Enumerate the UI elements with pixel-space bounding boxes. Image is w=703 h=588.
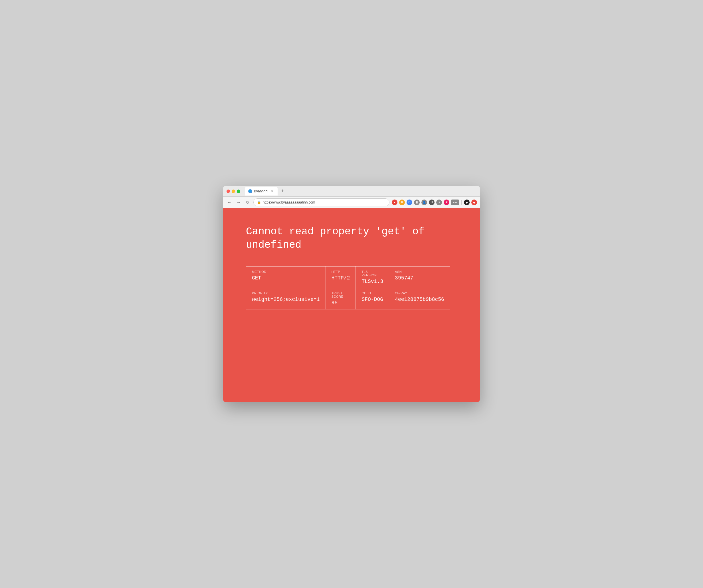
close-button[interactable] [227, 190, 230, 193]
tab-favicon: 🌐 [248, 189, 252, 193]
toolbar-icon-users[interactable]: 👤 [421, 200, 427, 205]
cell-value: SFO-DOG [362, 297, 383, 302]
cell-value: HTTP/2 [331, 275, 350, 281]
cell-label: TLS VERSION [362, 270, 383, 277]
info-table: METHODGETHTTPHTTP/2TLS VERSIONTLSv1.3ASN… [246, 266, 450, 309]
toolbar-icon-profile[interactable]: ● [464, 200, 470, 205]
table-cell: CF-RAY4ee128875b9b8c56 [389, 288, 450, 309]
refresh-button[interactable]: ↻ [244, 199, 251, 206]
table-cell: METHODGET [246, 266, 326, 288]
cell-value: 95 [331, 300, 350, 306]
maximize-button[interactable] [237, 190, 240, 193]
traffic-lights [227, 190, 240, 193]
toolbar-icon-2[interactable]: R [399, 200, 405, 205]
toolbar-icon-trash[interactable]: 🗑 [414, 200, 420, 205]
cell-label: TRUST SCORE [331, 291, 350, 298]
table-cell: TLS VERSIONTLSv1.3 [356, 266, 389, 288]
cell-value: 395747 [395, 275, 444, 281]
url-text: https://www.byaaaaaaaaahhh.com [263, 200, 315, 204]
forward-icon: → [237, 200, 240, 205]
cell-value: 4ee128875b9b8c56 [395, 297, 444, 302]
table-cell: COLOSFO-DOG [356, 288, 389, 309]
back-button[interactable]: ← [226, 199, 233, 206]
cell-value: weight=256;exclusive=1 [252, 297, 320, 302]
table-cell: ASN395747 [389, 266, 450, 288]
table-cell: HTTPHTTP/2 [325, 266, 356, 288]
cell-label: METHOD [252, 270, 320, 274]
tab-title: Byahhhh! [254, 189, 268, 193]
cell-value: TLSv1.3 [362, 279, 383, 284]
back-icon: ← [227, 200, 231, 205]
cell-label: CF-RAY [395, 291, 444, 295]
favicon-letter: 🌐 [249, 190, 252, 193]
new-tab-button[interactable]: + [279, 188, 286, 195]
toolbar-icon-3[interactable]: C [406, 200, 412, 205]
cell-label: COLO [362, 291, 383, 295]
minimize-button[interactable] [232, 190, 235, 193]
address-bar[interactable]: 🔒 https://www.byaaaaaaaaahhh.com [253, 198, 389, 206]
cell-label: ASN [395, 270, 444, 274]
address-bar-row: ← → ↻ 🔒 https://www.byaaaaaaaaahhh.com ●… [223, 197, 480, 208]
page-content: Cannot read property 'get' of undefined … [223, 208, 480, 402]
error-heading: Cannot read property 'get' of undefined [246, 225, 457, 252]
cell-label: PRIORITY [252, 291, 320, 295]
active-tab[interactable]: 🌐 Byahhhh! ✕ [245, 187, 278, 196]
browser-window: 🌐 Byahhhh! ✕ + ← → ↻ 🔒 https://www.byaaa… [223, 186, 480, 402]
lock-icon: 🔒 [257, 200, 261, 204]
title-bar: 🌐 Byahhhh! ✕ + [223, 186, 480, 197]
toolbar-icon-h[interactable]: H [429, 200, 435, 205]
cell-value: GET [252, 275, 320, 281]
cell-label: HTTP [331, 270, 350, 274]
toolbar-separator [461, 200, 462, 205]
forward-button[interactable]: → [235, 199, 242, 206]
refresh-icon: ↻ [246, 200, 249, 205]
toolbar-icon-star[interactable]: ✦ [436, 200, 442, 205]
toolbar-icons: ● R C 🗑 👤 H ✦ ✳ css ● ● [392, 200, 477, 205]
tab-close-button[interactable]: ✕ [270, 189, 274, 193]
table-cell: PRIORITYweight=256;exclusive=1 [246, 288, 326, 309]
toolbar-icon-asterisk[interactable]: ✳ [444, 200, 449, 205]
toolbar-icon-alert[interactable]: ● [471, 200, 477, 205]
table-cell: TRUST SCORE95 [325, 288, 356, 309]
tab-bar: 🌐 Byahhhh! ✕ + [245, 187, 476, 196]
toolbar-icon-1[interactable]: ● [392, 200, 397, 205]
toolbar-icon-css[interactable]: css [451, 200, 459, 205]
